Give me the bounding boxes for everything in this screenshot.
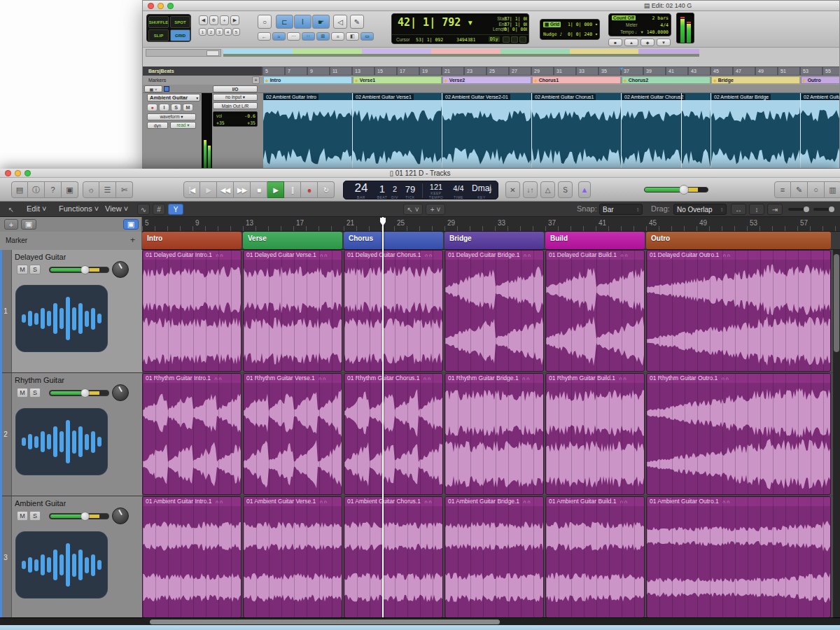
zoom-slider-thumb[interactable] [829,206,834,212]
region[interactable]: 01 Rhythm Guitar Bridge.1∩∩ [444,373,544,495]
zoom-preset-3-button[interactable]: 3 [216,28,223,36]
region[interactable]: 01 Delayed Guitar Outro.1∩∩ [646,250,831,372]
toolbar-library-button[interactable]: ▤ [11,181,28,198]
marker-chorus[interactable]: Chorus [344,232,443,249]
transport-record-button[interactable]: ● [301,181,318,198]
pointer-tool-button[interactable]: ↖ ˅ [403,204,423,215]
edit-toggle-button[interactable]: ◧ [346,32,359,41]
pan-knob[interactable] [112,261,129,278]
toolbar-smart-controls-button[interactable]: ☼ [83,181,99,198]
track-volume-slider[interactable] [49,390,109,396]
region[interactable]: 01 Delayed Guitar Verse.1∩∩ [243,250,342,372]
edit-toggle-button[interactable]: ⊞ [316,32,330,41]
region[interactable]: 01 Ambient Guitar Outro.1∩∩ [646,496,831,617]
counter-mini-button[interactable] [519,36,526,43]
audio-clip[interactable]: 02 Ambient Guitar Verse1 [353,93,442,169]
marker-verse2[interactable]: ◆Verse2 [442,76,531,84]
region[interactable]: 01 Rhythm Guitar Intro.1∩∩ [142,373,241,495]
marker-chorus1[interactable]: ◆Chorus1 [532,76,621,84]
pt-titlebar[interactable]: ▤ Edit: 02 140 G [143,1,839,11]
count-in-button[interactable]: ↓↑ [523,181,538,198]
volume-thumb[interactable] [679,185,689,195]
marker-outro[interactable]: Outro [646,232,831,249]
vscroll-handle[interactable] [834,254,839,352]
transport-play-from-button[interactable]: ▶ [200,181,217,198]
region[interactable]: 01 Rhythm Guitar Outro.1∩∩ [646,373,831,495]
playhead[interactable] [382,217,384,617]
master-volume-slider[interactable] [644,186,708,194]
zoom-preset-5-button[interactable]: 5 [232,28,240,36]
mode-shuffle-button[interactable]: SHUFFLE [148,16,169,28]
audio-clip[interactable]: 02 Ambient Guitar Chorus1 [532,93,622,169]
audio-clip[interactable]: 02 Ambient Guitar Outro [801,93,840,169]
lcd-display[interactable]: 24BAR 1BEAT 2DIV 79TICK 121KEEPTEMPO 4/4… [343,181,498,200]
mute-button[interactable]: M [183,104,193,111]
vertical-scrollbar[interactable] [833,250,840,617]
marker-intro[interactable]: Intro [142,232,241,249]
track-volume-slider[interactable] [49,513,109,519]
vertical-zoom-slider[interactable] [788,208,809,211]
view-list-editors-button[interactable]: ≡ [774,181,791,198]
toolbar-editors-button[interactable]: ✄ [116,181,133,198]
transport-stop-button[interactable]: ■ [251,181,267,198]
transport-pause-button[interactable]: || [284,181,301,198]
nudge-value[interactable]: 0| 0| 240 ▾ [567,31,598,37]
output-selector[interactable]: Main Out L/R [213,102,258,109]
add-track-button[interactable]: + [4,219,18,230]
toolbar-mixer-button[interactable]: ☰ [99,181,116,198]
zoomer-tool-button[interactable]: ○ [258,15,272,29]
input-monitor-button[interactable]: I [159,104,169,111]
edit-toggle-button[interactable]: ⋯ [287,32,300,41]
lg-titlebar[interactable]: ▯ 01 121 D - Tracks [0,169,840,178]
hscroll-handle[interactable] [150,620,500,624]
menu-edit[interactable]: Edit ˅ [27,204,46,213]
pt-track-lane[interactable]: 02 Ambient Guitar Intro02 Ambient Guitar… [263,93,840,169]
zoom-fit-button[interactable]: ⇥ [767,204,783,215]
solo-button[interactable]: S [171,104,181,111]
region[interactable]: 01 Ambient Guitar Verse.1∩∩ [243,496,342,617]
track-volume-slider[interactable] [49,267,109,273]
input-selector[interactable]: no input ▾ [213,94,258,101]
pencil-tool-button[interactable]: ✎ [350,15,364,29]
flex-button[interactable]: # [153,204,165,215]
marker-intro[interactable]: ◆Intro [263,76,352,84]
scrubber-tool-button[interactable]: ◁ [333,15,347,29]
region[interactable]: 01 Delayed Guitar Intro.1∩∩ [142,250,241,372]
catch-playhead-button[interactable]: Y [168,204,183,215]
session-toggle-button[interactable]: ▼ [657,38,671,46]
menu-view[interactable]: View ˅ [105,204,128,213]
solo-mode-button[interactable]: S [558,181,573,198]
marker-verse1[interactable]: ◆Verse1 [353,76,442,84]
universe-handle[interactable] [146,49,221,57]
track-name-box[interactable]: Ambient Guitar▾ [147,94,200,102]
view-browsers-button[interactable]: ▥ [825,181,840,198]
minimize-icon[interactable] [158,3,164,9]
view-note-pads-button[interactable]: ✎ [791,181,808,198]
region[interactable]: 01 Rhythm Guitar Build.1∩∩ [545,373,645,495]
region[interactable]: 01 Ambient Guitar Bridge.1∩∩ [444,496,544,617]
add-marker-button[interactable]: + [130,235,135,245]
solo-button[interactable]: S [29,265,41,274]
grid-value[interactable]: 1| 0| 000 ▾ [567,22,598,27]
add-marker-button[interactable]: + [252,76,260,84]
duplicate-track-button[interactable]: ▣ [21,219,36,230]
audio-clip[interactable]: 02 Ambient Guitar Bridge [711,93,801,169]
zoom-v-button[interactable]: ↕ [749,204,764,215]
secondary-tool-button[interactable]: + ˅ [426,204,445,215]
pan-knob[interactable] [112,507,129,524]
session-toggle-button[interactable]: ▲ [624,38,638,46]
automation-mode-button[interactable]: read ▾ [170,122,196,129]
zoom-slider-thumb[interactable] [804,206,809,212]
audio-clip[interactable]: 02 Ambient Guitar Verse2-01 [442,93,532,169]
region[interactable]: 01 Delayed Guitar Build.1∩∩ [545,250,645,372]
lcd-mode-chevron-icon[interactable]: ˅ [489,187,492,194]
zoom-arrow-button[interactable]: ◀ [199,15,208,25]
minimize-icon[interactable] [15,170,21,176]
metronome-button[interactable]: △ [540,181,555,198]
region[interactable]: 01 Delayed Guitar Bridge.1∩∩ [444,250,544,372]
transport-go-begin-button[interactable]: |◀ [183,181,200,198]
region[interactable]: 01 Ambient Guitar Build.1∩∩ [545,496,645,617]
view-apple-loops-button[interactable]: ○ [808,181,825,198]
trim-tool-button[interactable]: ⊏ [276,15,293,29]
region[interactable]: 01 Rhythm Guitar Chorus.1∩∩ [344,373,443,495]
